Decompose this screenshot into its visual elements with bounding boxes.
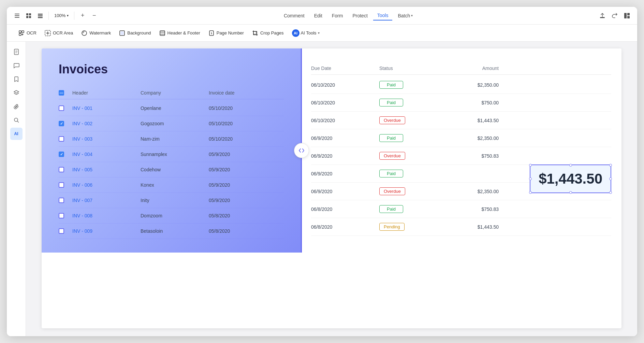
zoom-in-btn[interactable]: + <box>78 11 87 20</box>
header-check-mark: — <box>60 91 63 95</box>
sidebar-icon-page[interactable] <box>10 46 23 58</box>
resize-handle-bm[interactable] <box>569 191 572 194</box>
due-date-9: 06/8/2020 <box>311 224 379 230</box>
zoom-control[interactable]: 100% ▾ <box>52 12 71 19</box>
menu-item-edit[interactable]: Edit <box>310 11 326 20</box>
header-footer-label: Header & Footer <box>167 30 200 35</box>
tool-background[interactable]: Background <box>116 28 154 38</box>
upload-btn[interactable] <box>598 11 607 20</box>
inv-id-5[interactable]: INV - 005 <box>72 167 141 172</box>
row-checkbox-7[interactable] <box>59 198 64 203</box>
menu-bar-right <box>598 11 632 20</box>
invoice-date-9: 05/8/2020 <box>209 228 277 234</box>
resize-handle-tm[interactable] <box>569 164 572 167</box>
menu-item-comment[interactable]: Comment <box>280 11 309 20</box>
tool-page-number[interactable]: 1 Page Number <box>205 28 247 38</box>
table-row: INV - 003 Nam-zim 05/10/2020 <box>59 131 284 147</box>
sidebar-toggle-btn[interactable] <box>12 11 22 20</box>
table-row: INV - 009 Betasoloin 05/8/2020 <box>59 224 284 239</box>
inv-id-6[interactable]: INV - 006 <box>72 182 141 188</box>
due-date-8: 06/8/2020 <box>311 206 379 212</box>
ocr-label: OCR <box>27 30 36 35</box>
inv-id-2[interactable]: INV - 002 <box>72 121 141 126</box>
row-checkbox-8[interactable] <box>59 213 64 218</box>
tool-ocr[interactable]: OCR <box>15 28 40 38</box>
invoice-date-4: 05/9/2020 <box>209 152 277 157</box>
svg-rect-10 <box>600 17 605 18</box>
row-checkbox-6[interactable] <box>59 182 64 188</box>
amount-7: $2,350.00 <box>430 189 499 194</box>
right-table-row: 06/8/2020 Paid $750.83 <box>311 200 611 218</box>
row-checkbox-4[interactable]: ✓ <box>59 152 64 157</box>
ai-tools-badge: AI <box>292 29 299 37</box>
status-badge-3: Overdue <box>379 116 405 124</box>
col-header-company: Company <box>141 90 209 96</box>
menu-item-tools[interactable]: Tools <box>373 11 393 20</box>
zoom-value: 100% <box>54 13 65 18</box>
inv-id-7[interactable]: INV - 007 <box>72 198 141 203</box>
table-header-right: Due Date Status Amount <box>311 62 611 75</box>
sidebar-icon-search[interactable] <box>10 114 23 126</box>
row-checkbox-3[interactable] <box>59 136 64 142</box>
resize-handle-br[interactable] <box>609 191 612 194</box>
svg-rect-2 <box>15 17 19 18</box>
ocr-area-icon <box>45 30 51 36</box>
page-wrapper: Invoices — Header Company Invoice date <box>42 48 621 328</box>
tool-ai-tools[interactable]: AI AI Tools ▾ <box>289 28 323 39</box>
menu-item-form[interactable]: Form <box>328 11 347 20</box>
layout-btn[interactable] <box>622 11 632 20</box>
resize-handle-mr[interactable] <box>609 177 612 180</box>
resize-handle-ml[interactable] <box>529 177 532 180</box>
table-row: INV - 007 Inity 05/9/2020 <box>59 193 284 208</box>
tool-watermark[interactable]: Watermark <box>78 28 114 38</box>
panel-toggle-btn[interactable] <box>294 143 309 158</box>
inv-id-4[interactable]: INV - 004 <box>72 152 141 157</box>
menu-item-batch[interactable]: Batch ▾ <box>394 11 417 20</box>
row-checkbox-1[interactable] <box>59 105 64 111</box>
inv-id-3[interactable]: INV - 003 <box>72 136 141 142</box>
table-row: INV - 005 Codehow 05/9/2020 <box>59 162 284 177</box>
sidebar-icon-comment[interactable] <box>10 59 23 72</box>
row-checkbox-9[interactable] <box>59 228 64 234</box>
invoice-date-1: 05/10/2020 <box>209 105 277 111</box>
menu-item-protect[interactable]: Protect <box>348 11 371 20</box>
grid-view-btn[interactable] <box>24 11 33 20</box>
tool-crop-pages[interactable]: Crop Pages <box>249 28 287 38</box>
toolbar: OCR OCR Area Watermark <box>7 25 637 42</box>
svg-rect-9 <box>38 17 43 18</box>
amount-5: $750.83 <box>430 153 499 159</box>
table-row: INV - 008 Domzoom 05/8/2020 <box>59 208 284 224</box>
tool-ocr-area[interactable]: OCR Area <box>41 28 76 38</box>
zoom-out-btn[interactable]: − <box>89 11 99 20</box>
list-view-btn[interactable] <box>35 11 45 20</box>
col-header-status: Status <box>379 66 430 71</box>
inv-id-8[interactable]: INV - 008 <box>72 213 141 218</box>
left-sidebar: AI <box>7 42 26 336</box>
inv-id-1[interactable]: INV - 001 <box>72 105 141 111</box>
menu-bar-left: 100% ▾ + − <box>12 11 99 20</box>
resize-handle-tl[interactable] <box>529 164 532 167</box>
inv-id-9[interactable]: INV - 009 <box>72 228 141 234</box>
row-checkbox-5[interactable] <box>59 167 64 172</box>
share-btn[interactable] <box>610 11 619 20</box>
watermark-label: Watermark <box>89 30 111 35</box>
status-badge-2: Paid <box>379 99 403 106</box>
sidebar-icon-bookmark[interactable] <box>10 73 23 85</box>
sidebar-icon-ai[interactable]: AI <box>10 128 23 140</box>
svg-rect-1 <box>15 15 19 16</box>
col-header-invoice-date: Invoice date <box>209 90 277 96</box>
resize-handle-tr[interactable] <box>609 164 612 167</box>
selected-amount-box[interactable]: $1,443.50 <box>530 165 611 193</box>
batch-dropdown-arrow: ▾ <box>411 14 413 17</box>
sidebar-icon-layers[interactable] <box>10 87 23 99</box>
table-row: ✓ INV - 002 Gogozoom 05/10/2020 <box>59 116 284 131</box>
company-1: Openlane <box>141 105 209 111</box>
header-checkbox[interactable]: — <box>59 90 64 96</box>
menu-divider2 <box>74 12 74 20</box>
menu-bar: 100% ▾ + − Comment Edit Form Protect Too… <box>7 7 637 25</box>
sidebar-icon-attachment[interactable] <box>10 100 23 113</box>
tool-header-footer[interactable]: Header & Footer <box>156 28 204 38</box>
right-table-row: 06/9/2020 Overdue $750.83 <box>311 147 611 165</box>
header-footer-icon <box>159 30 165 36</box>
row-checkbox-2[interactable]: ✓ <box>59 121 64 126</box>
